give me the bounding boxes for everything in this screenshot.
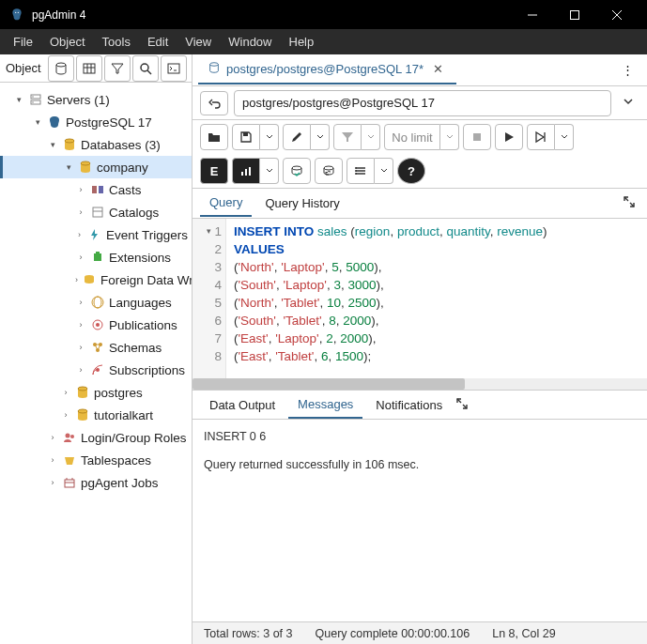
- tab-query-history[interactable]: Query History: [255, 191, 348, 216]
- edit-button[interactable]: [283, 124, 311, 150]
- sidebar-search-button[interactable]: [132, 55, 159, 82]
- execute-button[interactable]: [495, 124, 523, 150]
- menu-edit[interactable]: Edit: [140, 31, 176, 53]
- tree-chevron-icon[interactable]: ›: [75, 343, 86, 352]
- filter-split-button[interactable]: [333, 124, 380, 150]
- window-minimize-button[interactable]: [511, 0, 553, 29]
- tree-chevron-icon[interactable]: ›: [75, 207, 86, 217]
- editor-code[interactable]: INSERT INTO sales (region, product, quan…: [226, 219, 647, 378]
- edit-split-button[interactable]: [283, 124, 330, 150]
- stop-button[interactable]: [463, 124, 491, 150]
- editor-horizontal-scrollbar[interactable]: [193, 378, 647, 390]
- expand-editor-button[interactable]: [619, 192, 639, 215]
- chart-button[interactable]: [232, 158, 260, 184]
- tree-node[interactable]: ›Extensions: [0, 246, 192, 268]
- tree-item-icon: [90, 340, 105, 355]
- tab-query[interactable]: Query: [200, 190, 252, 217]
- window-close-button[interactable]: [595, 0, 638, 29]
- filter-button[interactable]: [333, 124, 362, 150]
- sidebar-btn-2[interactable]: [76, 55, 102, 82]
- tree-item-label: Tablespaces: [81, 453, 151, 468]
- tree-chevron-icon[interactable]: ›: [60, 388, 71, 397]
- tree-node[interactable]: ›Casts: [0, 178, 192, 201]
- limit-value[interactable]: No limit: [384, 124, 440, 150]
- explain-caret[interactable]: [555, 124, 574, 150]
- commit-button[interactable]: [283, 158, 311, 184]
- tree-node[interactable]: ›Catalogs: [0, 201, 192, 223]
- tree-chevron-icon[interactable]: ›: [75, 275, 78, 284]
- sidebar-btn-3[interactable]: [104, 55, 131, 82]
- chart-split-button[interactable]: [232, 158, 279, 184]
- tree-node[interactable]: ›Languages: [0, 291, 192, 314]
- tree-node[interactable]: ›Login/Group Roles: [0, 426, 192, 449]
- tab-messages[interactable]: Messages: [288, 391, 362, 419]
- tree-chevron-icon[interactable]: ›: [47, 478, 58, 487]
- macro-split-button[interactable]: [347, 158, 393, 184]
- tree-item-label: Casts: [109, 183, 142, 197]
- menu-tools[interactable]: Tools: [95, 31, 138, 53]
- tab-data-output[interactable]: Data Output: [200, 392, 285, 418]
- menu-file[interactable]: File: [6, 31, 40, 53]
- explain-button[interactable]: [527, 124, 555, 150]
- tree-node[interactable]: ›pgAgent Jobs: [0, 471, 192, 494]
- connection-status-button[interactable]: [200, 91, 228, 115]
- tree-chevron-icon[interactable]: ›: [75, 365, 86, 375]
- edit-caret[interactable]: [311, 124, 330, 150]
- save-split-button[interactable]: [232, 124, 279, 150]
- open-file-button[interactable]: [200, 124, 228, 150]
- explain-split-button[interactable]: [527, 124, 574, 150]
- tree-chevron-icon[interactable]: ›: [75, 320, 86, 330]
- save-caret[interactable]: [260, 124, 279, 150]
- sidebar-btn-1[interactable]: [48, 55, 74, 82]
- menu-object[interactable]: Object: [42, 31, 93, 53]
- limit-caret[interactable]: [440, 124, 459, 150]
- tree-chevron-icon[interactable]: ›: [75, 298, 86, 307]
- tree-node[interactable]: ›Event Triggers: [0, 223, 192, 246]
- tree-chevron-icon[interactable]: ▾: [32, 117, 43, 127]
- editor-tab-active[interactable]: postgres/postgres@PostgreSQL 17* ✕: [198, 55, 456, 84]
- tree-node[interactable]: ▾Databases (3): [0, 133, 192, 156]
- tree-node[interactable]: ›Foreign Data Wrappers: [0, 268, 192, 291]
- limit-selector[interactable]: No limit: [384, 124, 459, 150]
- tree-chevron-icon[interactable]: ›: [47, 455, 58, 465]
- close-tab-button[interactable]: ✕: [429, 62, 447, 76]
- menu-window[interactable]: Window: [221, 31, 279, 53]
- tree-chevron-icon[interactable]: ›: [75, 253, 86, 262]
- tree-chevron-icon[interactable]: ›: [75, 230, 84, 239]
- sql-editor[interactable]: ▾12345678 INSERT INTO sales (region, pro…: [193, 219, 647, 378]
- macro-button[interactable]: [347, 158, 375, 184]
- tree-chevron-icon[interactable]: ▾: [13, 95, 24, 104]
- menu-view[interactable]: View: [177, 31, 219, 53]
- tree-node[interactable]: ›Subscriptions: [0, 359, 192, 381]
- tree-node[interactable]: ›Publications: [0, 314, 192, 336]
- tree-node[interactable]: ›Tablespaces: [0, 449, 192, 471]
- window-maximize-button[interactable]: [553, 0, 595, 29]
- rollback-button[interactable]: [315, 158, 343, 184]
- connection-dropdown-caret[interactable]: [617, 96, 639, 110]
- tree-node[interactable]: ›postgres: [0, 381, 192, 404]
- tree-node[interactable]: ▾Servers (1): [0, 88, 192, 111]
- macro-caret[interactable]: [375, 158, 393, 184]
- tab-notifications[interactable]: Notifications: [366, 392, 452, 418]
- tree-chevron-icon[interactable]: ›: [75, 185, 86, 194]
- object-tree[interactable]: ▾Servers (1)▾PostgreSQL 17▾Databases (3)…: [0, 83, 192, 644]
- tree-node[interactable]: ›Schemas: [0, 336, 192, 359]
- chart-caret[interactable]: [260, 158, 279, 184]
- tab-menu-button[interactable]: ⋮: [614, 59, 641, 81]
- menu-help[interactable]: Help: [282, 31, 322, 53]
- tree-chevron-icon[interactable]: ›: [60, 410, 71, 420]
- expand-results-button[interactable]: [455, 397, 469, 413]
- help-button[interactable]: ?: [397, 158, 425, 184]
- filter-caret[interactable]: [362, 124, 380, 150]
- save-button[interactable]: [232, 124, 260, 150]
- tree-node[interactable]: ▾PostgreSQL 17: [0, 111, 192, 133]
- sidebar-terminal-button[interactable]: [161, 55, 187, 82]
- explain-analyze-button[interactable]: E: [200, 158, 228, 184]
- tree-chevron-icon[interactable]: ▾: [47, 140, 58, 149]
- tree-node[interactable]: ›tutorialkart: [0, 404, 192, 426]
- tree-item-label: PostgreSQL 17: [66, 115, 152, 130]
- tree-chevron-icon[interactable]: ›: [47, 433, 58, 442]
- tree-chevron-icon[interactable]: ▾: [63, 162, 74, 172]
- tree-node[interactable]: ▾company: [0, 156, 192, 178]
- connection-selector[interactable]: postgres/postgres@PostgreSQL 17: [234, 90, 611, 116]
